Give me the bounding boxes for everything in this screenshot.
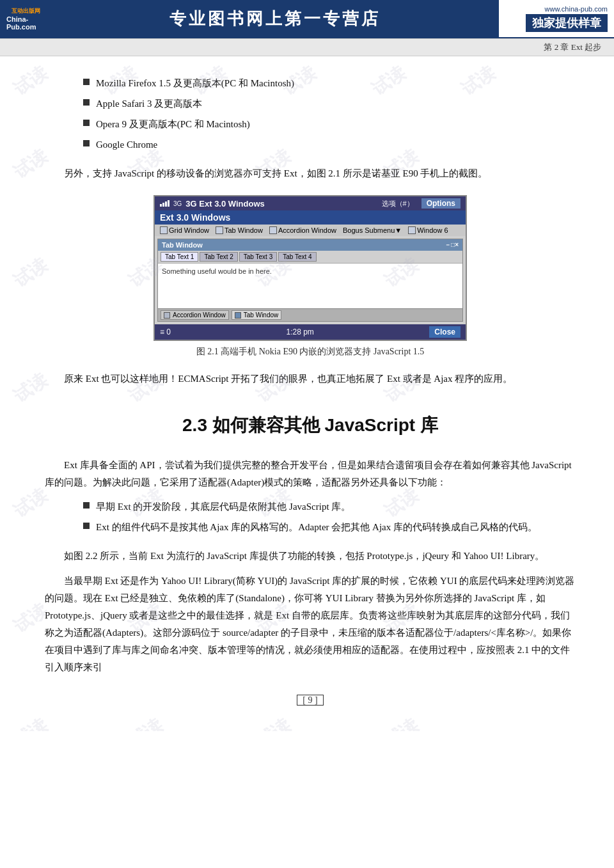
paragraph-1: 另外，支持 JavaScript 的移动设备的浏览器亦可支持 Ext，如图 2.…	[45, 165, 576, 182]
phone-bottom-bar: ≡ 0 1:28 pm Close	[155, 324, 466, 340]
watermark-27: 试读	[9, 713, 52, 731]
list-item: Apple Safari 3 及更高版本	[83, 96, 576, 111]
tab-3: Tab Text 3	[239, 252, 277, 262]
header-right-area: www.china-pub.com 独家提供样章	[499, 0, 614, 37]
phone-options-btn: Options	[421, 198, 460, 209]
bar-4	[168, 200, 169, 207]
bottom-left: ≡ 0	[160, 327, 171, 336]
phone-window: Tab Window －□× Tab Text 1 Tab Text 2 Tab…	[157, 239, 463, 322]
phone-status: 选项（#）	[382, 199, 414, 209]
accordion-icon	[269, 226, 277, 234]
watermark-29: 试读	[252, 713, 295, 731]
window-title: Tab Window	[162, 241, 203, 249]
page-num-value: [ 9 ]	[303, 695, 317, 705]
list-item: Google Chrome	[83, 137, 576, 152]
accordion-label-1: Accordion Window	[173, 312, 226, 319]
paragraph-5: 当最早期 Ext 还是作为 Yahoo UI! Library(简称 YUI)的…	[45, 572, 576, 676]
accordion-icon	[164, 312, 170, 319]
header-url: www.china-pub.com	[545, 5, 608, 13]
list-item: Ext 的组件代码不是按其他 Ajax 库的风格写的。Adapter 会把其他 …	[83, 519, 576, 535]
window6-icon	[408, 226, 416, 234]
grid-icon	[160, 226, 168, 234]
bullet-icon	[83, 140, 90, 146]
sample-label: 独家提供样章	[526, 14, 608, 32]
watermark-28: 试读	[124, 713, 168, 731]
list-item: Mozilla Firefox 1.5 及更高版本(PC 和 Macintosh…	[83, 75, 576, 91]
accordion-item-2: Tab Window	[232, 310, 281, 320]
site-title: 专业图书网上第一专营店	[169, 8, 381, 30]
list-item-text: 早期 Ext 的开发阶段，其底层代码是依附其他 JavaScript 库。	[96, 499, 350, 514]
phone-menu-bar: Grid Window Tab Window Accordion Window …	[155, 225, 466, 236]
phone-app-title: 3G Ext 3.0 Windows	[185, 199, 264, 209]
menu-item-label: Window 6	[417, 226, 448, 234]
figure-caption: 图 2.1 高端手机 Nokia E90 内嵌的浏览器支持 JavaScript…	[196, 346, 425, 358]
logo-top-text: 互动出版网	[12, 7, 40, 15]
menu-item-tab: Tab Window	[213, 226, 265, 235]
bullet-icon	[83, 523, 90, 529]
bullet-icon	[83, 120, 90, 126]
tab-content-text: Something useful would be in here.	[162, 267, 272, 275]
list-item-text: Apple Safari 3 及更高版本	[96, 96, 202, 111]
phone-title-section: Ext 3.0 Windows	[155, 210, 466, 225]
phone-top-right: 选项（#） Options	[382, 198, 460, 209]
menu-item-grid: Grid Window	[157, 226, 212, 235]
list-item-text: Ext 的组件代码不是按其他 Ajax 库的风格写的。Adapter 会把其他 …	[96, 519, 537, 535]
menu-item-label: Bogus Submenu▼	[343, 226, 402, 234]
paragraph-2: 原来 Ext 也可以这样地用！ECMAScript 开拓了我们的眼界，也真正地拓…	[45, 370, 576, 388]
list-item-text: Mozilla Firefox 1.5 及更高版本(PC 和 Macintosh…	[96, 75, 294, 91]
window-controls: －□×	[445, 241, 459, 249]
paragraph-3: Ext 库具备全面的 API，尝试着为我们提供完整的整合开发平台，但是如果结合遗…	[45, 457, 576, 491]
tab-icon-2	[235, 312, 241, 319]
bottom-time: 1:28 pm	[286, 327, 313, 336]
tab-content-area: Something useful would be in here.	[158, 264, 462, 308]
logo-container: 互动出版网 China-Pub.com	[0, 0, 51, 37]
list-item: Opera 9 及更高版本(PC 和 Macintosh)	[83, 116, 576, 132]
menu-item-label: Grid Window	[169, 226, 209, 234]
phone-section-title: Ext 3.0 Windows	[160, 212, 230, 223]
menu-item-accordion: Accordion Window	[267, 226, 339, 235]
list-item-text: Opera 9 及更高版本(PC 和 Macintosh)	[96, 116, 250, 132]
page-number-text: [ 9 ]	[297, 695, 323, 706]
menu-item-label: Accordion Window	[278, 226, 336, 234]
menu-item-bogus: Bogus Submenu▼	[340, 226, 404, 235]
browser-list: Mozilla Firefox 1.5 及更高版本(PC 和 Macintosh…	[83, 75, 576, 152]
section-heading-2-3: 2.3 如何兼容其他 JavaScript 库	[45, 413, 576, 438]
menu-item-label: Tab Window	[224, 226, 263, 234]
section-title: 2.3 如何兼容其他 JavaScript 库	[182, 415, 438, 435]
page-header: 互动出版网 China-Pub.com 专业图书网上第一专营店 www.chin…	[0, 0, 614, 38]
tab-icon	[216, 226, 223, 234]
chapter-bar: 第 2 章 Ext 起步	[0, 38, 614, 56]
phone-top-bar: 3G 3G Ext 3.0 Windows 选项（#） Options	[155, 196, 466, 210]
accordion-bar: Accordion Window Tab Window	[158, 308, 462, 321]
paragraph-4: 如图 2.2 所示，当前 Ext 为流行的 JavaScript 库提供了功能的…	[45, 548, 576, 565]
figure-2-1: 3G 3G Ext 3.0 Windows 选项（#） Options Ext …	[45, 195, 576, 358]
window-title-bar: Tab Window －□×	[158, 239, 462, 251]
bar-1	[160, 204, 162, 207]
phone-network: 3G	[173, 200, 182, 207]
watermark-1: 试读	[9, 61, 52, 101]
phone-top-left: 3G 3G Ext 3.0 Windows	[160, 199, 265, 209]
bullet-icon	[83, 502, 90, 509]
menu-item-window6: Window 6	[405, 226, 450, 235]
tab-4: Tab Text 4	[278, 252, 316, 262]
bar-3	[165, 201, 167, 207]
phone-tab-bar: Tab Text 1 Tab Text 2 Tab Text 3 Tab Tex…	[158, 251, 462, 264]
tab-1: Tab Text 1	[161, 252, 198, 262]
chapter-label: 第 2 章 Ext 起步	[544, 42, 601, 52]
list-item-text: Google Chrome	[96, 137, 157, 152]
bottom-right: Close	[429, 326, 460, 338]
watermark-30: 试读	[380, 713, 423, 731]
header-title-area: 专业图书网上第一专营店	[51, 0, 499, 37]
bar-2	[162, 203, 164, 207]
accordion-label-2: Tab Window	[244, 312, 278, 319]
accordion-item-1: Accordion Window	[161, 310, 229, 320]
page-number: [ 9 ]	[45, 695, 576, 712]
phone-screenshot: 3G 3G Ext 3.0 Windows 选项（#） Options Ext …	[154, 195, 467, 341]
adapter-list: 早期 Ext 的开发阶段，其底层代码是依附其他 JavaScript 库。 Ex…	[83, 499, 576, 535]
page-content: 试读 试读 试读 试读 试读 试读 试读 试读 试读 试读 试读 试读 试读 试…	[0, 56, 614, 731]
list-item: 早期 Ext 的开发阶段，其底层代码是依附其他 JavaScript 库。	[83, 499, 576, 514]
bullet-icon	[83, 79, 90, 85]
tab-2: Tab Text 2	[200, 252, 237, 262]
logo-main-text: China-Pub.com	[6, 15, 45, 31]
bullet-icon	[83, 99, 90, 106]
